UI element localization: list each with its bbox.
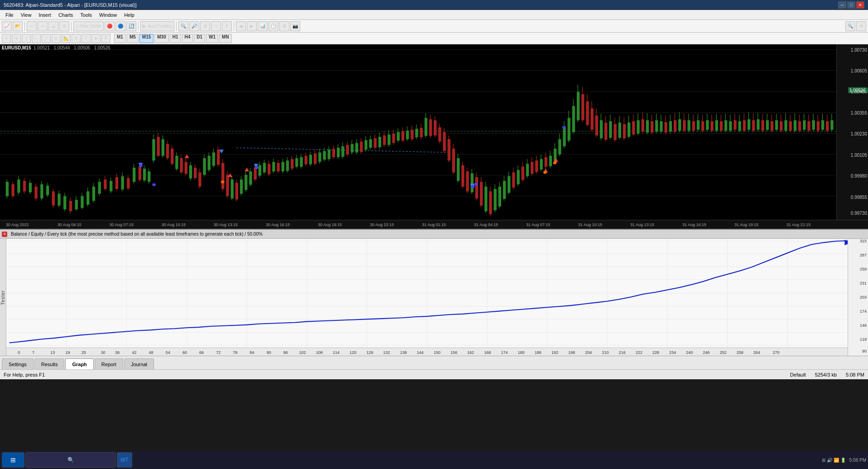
tf-d1[interactable]: D1 [194,34,205,43]
clock-button[interactable]: 🕐 [269,21,278,31]
start-button[interactable]: ⊞ [2,452,24,468]
x-label-264: 264 [753,350,760,355]
tf-m5[interactable]: M5 [127,34,139,43]
x-label-114: 114 [333,350,340,355]
svg-rect-105 [249,171,252,184]
terminal-button[interactable]: 🖥 [279,21,289,31]
taskbar-mt4[interactable]: MT [117,452,132,468]
svg-rect-111 [263,163,266,172]
menu-insert[interactable]: Insert [35,11,55,19]
new-chart-button[interactable]: 📈 [2,21,12,31]
period-sep-button[interactable]: ↕ [211,21,221,31]
chart-bid: 1.00521 [34,45,50,50]
new-order-label: New Order [80,24,101,29]
settings-button[interactable]: ⚙ [856,21,866,31]
close-button[interactable]: ✕ [856,1,864,9]
menu-file[interactable]: File [2,11,17,19]
search-button[interactable]: 🔍 [845,21,855,31]
zoom-in2-button[interactable]: 🔎 [189,21,199,31]
time-label-9: 31 Aug 04:15 [474,222,498,227]
zoom-out-button[interactable]: 🔍 [178,21,188,31]
x-label-132: 132 [383,350,390,355]
x-label-144: 144 [417,350,424,355]
time-label-14: 31 Aug 19:15 [734,222,758,227]
period-sep2-button[interactable]: ⇕ [222,21,232,31]
move-right-button[interactable]: ▶ [247,21,257,31]
menu-window[interactable]: Window [96,11,120,19]
menu-charts[interactable]: Charts [55,11,77,19]
tf-h4[interactable]: H4 [182,34,193,43]
trendline-tool[interactable]: ╱ [42,34,51,43]
svg-rect-99 [235,183,238,199]
tf-m1[interactable]: M1 [114,34,126,43]
fibonacci-tool[interactable]: F [101,34,110,43]
chart-price2: 1.00526 [94,45,110,50]
chart-ask: 1.00544 [54,45,70,50]
profile-label: Default [790,372,806,377]
mt4-icon: MT [120,457,128,463]
x-label-138: 138 [400,350,407,355]
text-tool[interactable]: A [72,34,81,43]
vline-tool[interactable]: | [22,34,31,43]
indicator-button[interactable]: 📊 [258,21,268,31]
tab-graph[interactable]: Graph [65,358,93,369]
svg-rect-273 [637,120,639,133]
buy-button[interactable]: 🔵 [115,21,125,31]
maximize-button[interactable]: □ [847,1,855,9]
minimize-button[interactable]: ─ [838,1,846,9]
tf-m15[interactable]: M15 [139,34,153,43]
crosshair-tool[interactable]: ✛ [12,34,21,43]
menu-view[interactable]: View [17,11,35,19]
new-order-button[interactable]: + New Order [73,21,104,31]
svg-rect-221 [517,170,519,184]
channels-tool[interactable]: ≡ [52,34,61,43]
cursor-tool[interactable]: ↖ [2,34,11,43]
time-label-6: 30 Aug 19:15 [318,222,342,227]
undo-button[interactable]: ↩ [27,21,37,31]
help-text: For Help, press F1 [4,372,45,377]
tf-mn[interactable]: MN [219,34,232,43]
candlestick-chart [0,44,836,220]
sell-button[interactable]: 🔴 [105,21,115,31]
tab-settings[interactable]: Settings [2,358,34,369]
svg-point-368 [139,164,143,167]
arrow-tool[interactable]: ➤ [91,34,101,43]
autotrading-label: AutoTrading [148,24,172,29]
svg-rect-203 [475,177,478,198]
tab-results[interactable]: Results [34,358,65,369]
menu-tools[interactable]: Tools [77,11,96,19]
chart-refresh-button[interactable]: 🔄 [126,21,136,31]
autotrading-button[interactable]: ▶ AutoTrading [140,21,174,31]
svg-rect-319 [743,120,746,131]
print-button[interactable]: 🖨 [48,21,58,31]
tf-w1[interactable]: W1 [206,34,218,43]
svg-rect-209 [489,191,492,214]
tf-m30[interactable]: M30 [154,34,168,43]
zoom-in-button[interactable]: ⊕ [59,21,69,31]
move-left-button[interactable]: ◀ [236,21,246,31]
x-label-102: 102 [299,350,306,355]
screenshot-button[interactable]: 📷 [290,21,300,31]
label-tool[interactable]: T [82,34,91,43]
play-icon: ▶ [143,24,146,29]
title-text: 5620483: Alpari-Standard5 - Alpari - [EU… [4,2,136,8]
taskbar-search[interactable]: 🔍 [25,452,116,468]
open-button[interactable]: 📂 [13,21,23,31]
x-label-60: 60 [182,350,187,355]
regression-tool[interactable]: 📐 [62,34,71,43]
grid-button[interactable]: ⊞ [200,21,210,31]
chart-main[interactable]: EURUSD,M15 1.00521 1.00544 1.00506 1.005… [0,44,836,220]
x-label-19: 19 [66,350,70,355]
tab-journal[interactable]: Journal [124,358,154,369]
menu-help[interactable]: Help [120,11,138,19]
toolbar-separator-1 [24,22,25,31]
tf-h1[interactable]: H1 [170,34,181,43]
tab-report[interactable]: Report [95,358,123,369]
hline-tool[interactable]: — [32,34,41,43]
svg-point-372 [474,183,478,185]
tester-close-button[interactable]: ✕ [2,232,7,237]
x-label-90: 90 [267,350,271,355]
strategy-tester: ✕ Balance / Equity / Every tick (the mos… [0,229,868,369]
svg-rect-11 [6,182,9,196]
redo-button[interactable]: ↪ [38,21,48,31]
